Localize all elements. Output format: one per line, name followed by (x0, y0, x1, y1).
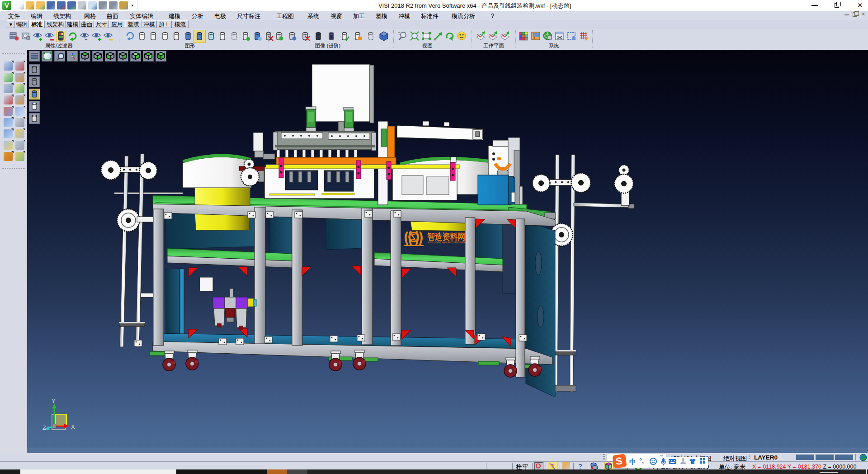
svg-text:Z: Z (42, 424, 46, 431)
svg-text:±: ± (398, 31, 400, 35)
svg-text:X: X (71, 423, 75, 430)
svg-text:±: ± (85, 38, 87, 42)
svg-text:智造资料网: 智造资料网 (427, 232, 465, 242)
svg-text:INTELLIGENT MANUFACTURING DATA: INTELLIGENT MANUFACTURING DATA (428, 241, 465, 244)
svg-text:Y: Y (52, 398, 56, 404)
